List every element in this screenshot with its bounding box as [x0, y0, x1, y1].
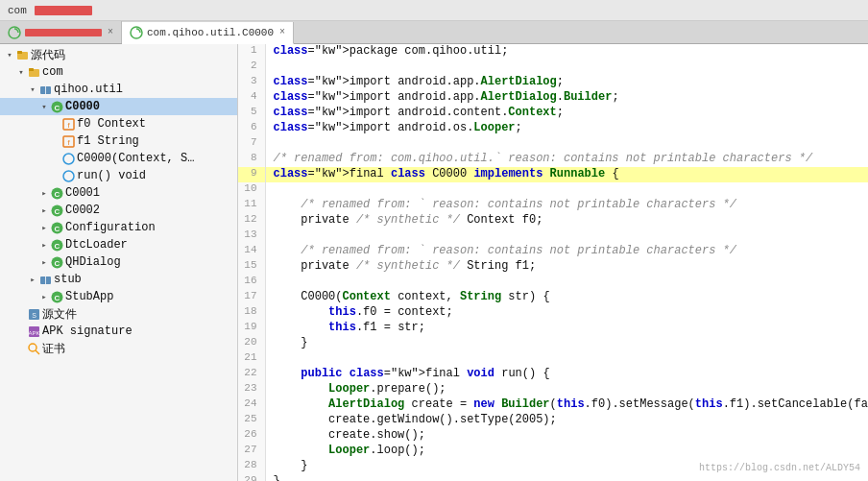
code-row-20: 20 }	[238, 336, 868, 351]
tab-icon-tab1	[8, 26, 21, 39]
tab-bar: ×com.qihoo.util.C0000×	[0, 21, 868, 44]
line-code-9[interactable]: class="kw">final class C0000 implements …	[265, 167, 868, 182]
tree-node-13[interactable]: ▸stub	[0, 271, 237, 288]
tree-arrow-10: ▸	[38, 223, 50, 233]
svg-text:f: f	[67, 138, 70, 147]
line-code-13[interactable]	[265, 228, 868, 244]
tab-tab1[interactable]: ×	[0, 21, 122, 43]
code-row-22: 22 public class="kw">final void run() {	[238, 367, 868, 382]
tree-icon-method-6	[61, 152, 75, 165]
tree-node-10[interactable]: ▸CConfiguration	[0, 219, 237, 236]
line-code-29[interactable]: }	[265, 474, 868, 481]
svg-text:C: C	[54, 207, 60, 216]
line-code-12[interactable]: private /* synthetic */ Context f0;	[265, 213, 868, 228]
line-code-18[interactable]: this.f0 = context;	[265, 305, 868, 321]
code-row-17: 17 C0000(Context context, String str) {	[238, 290, 868, 305]
tree-node-2[interactable]: ▾qihoo.util	[0, 81, 237, 98]
line-code-14[interactable]: /* renamed from: ` reason: contains not …	[265, 244, 868, 259]
line-code-26[interactable]: create.show();	[265, 428, 868, 444]
tree-node-17[interactable]: 证书	[0, 340, 237, 357]
tab-tab2[interactable]: com.qihoo.util.C0000×	[122, 22, 294, 44]
line-code-2[interactable]	[265, 60, 868, 75]
tree-arrow-2: ▾	[27, 84, 38, 95]
tab-close-tab1[interactable]: ×	[108, 27, 113, 37]
tree-node-14[interactable]: ▸CStubApp	[0, 288, 237, 305]
line-num-28: 28	[238, 459, 265, 474]
svg-text:C: C	[54, 225, 60, 233]
tree-icon-class-9: C	[50, 204, 63, 217]
line-num-15: 15	[238, 259, 265, 275]
line-num-22: 22	[238, 367, 265, 382]
code-row-19: 19 this.f1 = str;	[238, 321, 868, 336]
line-code-24[interactable]: AlertDialog create = new Builder(this.f0…	[265, 397, 868, 413]
line-code-16[interactable]	[265, 275, 868, 290]
line-code-19[interactable]: this.f1 = str;	[265, 321, 868, 336]
tree-node-6[interactable]: C0000(Context, S…	[0, 150, 237, 167]
line-code-8[interactable]: /* renamed from: com.qihoo.util.` reason…	[265, 152, 868, 167]
svg-text:C: C	[54, 242, 60, 251]
line-num-18: 18	[238, 305, 265, 321]
tree-arrow-0: ▾	[4, 50, 15, 60]
line-code-25[interactable]: create.getWindow().setType(2005);	[265, 413, 868, 428]
line-num-10: 10	[238, 182, 265, 198]
code-row-3: 3class="kw">import android.app.AlertDial…	[238, 75, 868, 90]
tree-icon-class-12: C	[50, 255, 63, 269]
tree-icon-package-13	[38, 273, 52, 286]
line-code-10[interactable]	[265, 182, 868, 198]
line-code-17[interactable]: C0000(Context context, String str) {	[265, 290, 868, 305]
line-num-19: 19	[238, 321, 265, 336]
tree-label-9: C0002	[65, 204, 100, 217]
svg-text:C: C	[54, 104, 60, 112]
tree-node-3[interactable]: ▾CC0000	[0, 98, 237, 115]
tree-node-4[interactable]: ff0 Context	[0, 115, 237, 132]
tab-icon-tab2	[130, 26, 143, 39]
tree-node-7[interactable]: run() void	[0, 167, 237, 184]
line-num-21: 21	[238, 351, 265, 367]
line-code-27[interactable]: Looper.loop();	[265, 444, 868, 459]
tree-node-1[interactable]: ▾com	[0, 63, 237, 81]
tree-label-8: C0001	[65, 186, 100, 200]
code-row-15: 15 private /* synthetic */ String f1;	[238, 259, 868, 275]
line-code-22[interactable]: public class="kw">final void run() {	[265, 367, 868, 382]
tree-label-16: APK signature	[42, 325, 133, 338]
line-code-4[interactable]: class="kw">import android.app.AlertDialo…	[265, 90, 868, 106]
code-editor[interactable]: 1class="kw">package com.qihoo.util;2 3cl…	[238, 44, 868, 481]
svg-point-14	[63, 154, 74, 164]
tree-node-15[interactable]: S源文件	[0, 305, 237, 323]
code-row-16: 16	[238, 275, 868, 290]
tree-node-16[interactable]: APKAPK signature	[0, 323, 237, 340]
line-code-1[interactable]: class="kw">package com.qihoo.util;	[265, 44, 868, 60]
tab-red-bar	[25, 29, 102, 36]
line-code-3[interactable]: class="kw">import android.app.AlertDialo…	[265, 75, 868, 90]
line-code-11[interactable]: /* renamed from: ` reason: contains not …	[265, 198, 868, 213]
tree-node-9[interactable]: ▸CC0002	[0, 202, 237, 219]
tree-label-6: C0000(Context, S…	[77, 152, 194, 165]
line-num-6: 6	[238, 121, 265, 136]
code-row-8: 8/* renamed from: com.qihoo.util.` reaso…	[238, 152, 868, 167]
tab-label-tab2: com.qihoo.util.C0000	[147, 27, 274, 38]
line-num-14: 14	[238, 244, 265, 259]
tree-arrow-14: ▸	[38, 292, 50, 302]
line-code-6[interactable]: class="kw">import android.os.Looper;	[265, 121, 868, 136]
line-code-15[interactable]: private /* synthetic */ String f1;	[265, 259, 868, 275]
line-code-23[interactable]: Looper.prepare();	[265, 382, 868, 397]
line-code-21[interactable]	[265, 351, 868, 367]
tree-icon-class-11: C	[50, 238, 63, 252]
svg-text:f: f	[67, 121, 70, 130]
svg-text:C: C	[54, 190, 60, 199]
tree-icon-folder-1	[27, 65, 40, 79]
tree-node-5[interactable]: ff1 String	[0, 132, 237, 150]
code-row-1: 1class="kw">package com.qihoo.util;	[238, 44, 868, 60]
tree-label-7: run() void	[77, 169, 146, 182]
tree-node-12[interactable]: ▸CQHDialog	[0, 253, 237, 271]
tree-node-8[interactable]: ▸CC0001	[0, 184, 237, 202]
svg-point-15	[63, 171, 74, 181]
tree-node-0[interactable]: ▾源代码	[0, 46, 237, 63]
tree-node-11[interactable]: ▸CDtcLoader	[0, 236, 237, 253]
tab-close-tab2[interactable]: ×	[279, 27, 285, 37]
line-num-12: 12	[238, 213, 265, 228]
tree-icon-field-4: f	[61, 117, 75, 131]
line-code-5[interactable]: class="kw">import android.content.Contex…	[265, 106, 868, 121]
line-code-7[interactable]	[265, 136, 868, 152]
line-code-20[interactable]: }	[265, 336, 868, 351]
